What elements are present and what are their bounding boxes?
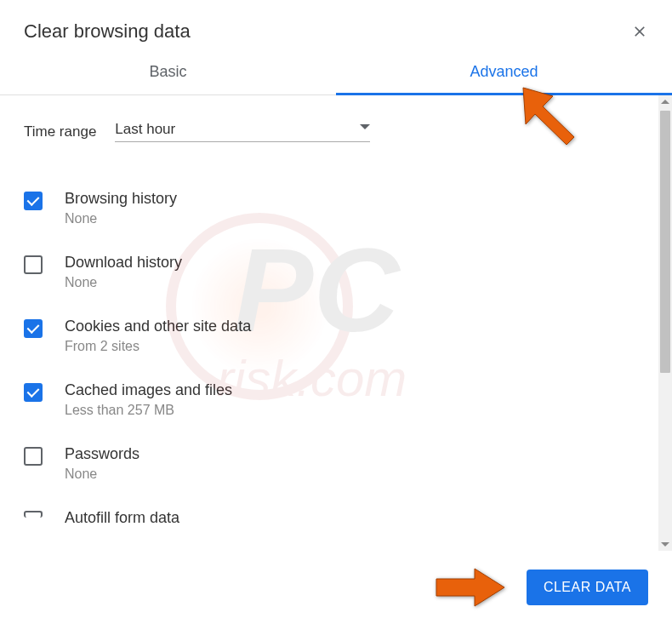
item-label: Autofill form data xyxy=(65,509,635,527)
item-sub: Less than 257 MB xyxy=(65,403,635,418)
item-text: Cached images and files Less than 257 MB xyxy=(65,381,635,418)
time-range-select[interactable]: Last hour xyxy=(115,121,370,142)
item-text: Autofill form data xyxy=(65,509,635,530)
scrollbar[interactable] xyxy=(658,95,672,551)
item-text: Browsing history None xyxy=(65,190,635,226)
dialog-title: Clear browsing data xyxy=(24,20,631,43)
item-sub: None xyxy=(65,211,635,226)
close-icon[interactable] xyxy=(631,23,648,40)
tab-basic[interactable]: Basic xyxy=(0,51,336,94)
tab-advanced[interactable]: Advanced xyxy=(336,51,672,94)
item-label: Cached images and files xyxy=(65,381,635,399)
scrollbar-thumb[interactable] xyxy=(660,111,670,373)
checkbox-download-history[interactable] xyxy=(24,255,43,274)
list-item: Cookies and other site data From 2 sites xyxy=(24,304,635,368)
item-label: Browsing history xyxy=(65,190,635,208)
list-item: Cached images and files Less than 257 MB xyxy=(24,368,635,432)
time-range-value: Last hour xyxy=(115,121,175,137)
list-item: Autofill form data xyxy=(24,495,635,530)
tab-bar: Basic Advanced xyxy=(0,51,672,95)
checkbox-cookies[interactable] xyxy=(24,319,43,338)
item-sub: None xyxy=(65,275,635,290)
item-sub: None xyxy=(65,467,635,482)
item-label: Cookies and other site data xyxy=(65,318,635,335)
chevron-down-icon xyxy=(360,124,370,129)
checkbox-cached-images[interactable] xyxy=(24,383,43,402)
item-label: Passwords xyxy=(65,445,635,463)
clear-data-button[interactable]: CLEAR DATA xyxy=(527,570,648,605)
list-item: Passwords None xyxy=(24,432,635,495)
scroll-down-icon[interactable] xyxy=(661,542,669,547)
clear-browsing-data-dialog: PC risk.com Clear browsing data Basic Ad… xyxy=(0,0,672,624)
content-area: Time range Last hour Browsing history No… xyxy=(0,95,658,551)
checkbox-autofill[interactable] xyxy=(24,511,43,518)
time-range-row: Time range Last hour xyxy=(24,112,635,159)
item-text: Cookies and other site data From 2 sites xyxy=(65,318,635,354)
item-sub: From 2 sites xyxy=(65,339,635,354)
checkbox-browsing-history[interactable] xyxy=(24,192,43,210)
list-item: Browsing history None xyxy=(24,176,635,240)
dialog-footer: CANCEL CLEAR DATA xyxy=(0,551,672,624)
checkbox-passwords[interactable] xyxy=(24,447,43,466)
options-list: Browsing history None Download history N… xyxy=(24,159,635,530)
item-text: Passwords None xyxy=(65,445,635,482)
cancel-button[interactable]: CANCEL xyxy=(423,570,515,605)
item-label: Download history xyxy=(65,254,635,272)
item-text: Download history None xyxy=(65,254,635,290)
time-range-label: Time range xyxy=(24,123,96,140)
dialog-header: Clear browsing data xyxy=(0,0,672,51)
scroll-up-icon[interactable] xyxy=(661,100,669,104)
content-wrapper: Time range Last hour Browsing history No… xyxy=(0,95,672,551)
list-item: Download history None xyxy=(24,240,635,304)
